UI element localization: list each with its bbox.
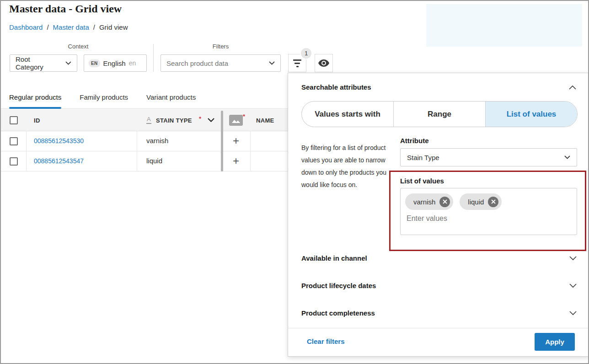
product-id-link[interactable]: 00885612543530 [34, 137, 84, 145]
section-label: Available in channel [301, 254, 367, 262]
filter-panel: Searchable attributes Values starts with… [288, 73, 589, 357]
remove-chip-button[interactable] [488, 197, 498, 207]
product-id-link[interactable]: 00885612543547 [34, 157, 84, 165]
value-chip: varnish [405, 193, 453, 210]
section-label: Product lifecycle dates [301, 282, 376, 289]
filter-description: By filtering for a list of product value… [301, 142, 394, 191]
filter-count-badge: 1 [300, 47, 312, 59]
close-icon [443, 199, 447, 204]
column-header-stain-type: STAIN TYPE [156, 117, 192, 124]
attribute-select[interactable]: Stain Type [400, 148, 577, 166]
section-label: Product completeness [301, 309, 375, 317]
attribute-select-value: Stain Type [407, 154, 439, 161]
language-code: en [129, 59, 136, 67]
close-icon [491, 199, 496, 204]
table-row: 00885612543547 liquid + [1, 151, 288, 171]
category-select-value: Root Category [16, 55, 59, 71]
section-product-completeness[interactable]: Product completeness [288, 306, 589, 323]
image-placeholder-icon [229, 115, 243, 126]
chevron-down-icon [65, 61, 71, 65]
chevron-up-icon [569, 85, 576, 90]
mode-values-starts-with[interactable]: Values starts with [302, 102, 393, 127]
stain-type-value: varnish [146, 137, 168, 145]
breadcrumb-separator: / [93, 23, 95, 31]
mode-range[interactable]: Range [393, 102, 485, 127]
apply-button[interactable]: Apply [535, 333, 575, 351]
search-product-data-select[interactable]: Search product data [161, 54, 281, 72]
list-of-values-label: List of values [400, 177, 444, 185]
chevron-down-icon[interactable] [208, 118, 214, 122]
section-product-lifecycle-dates[interactable]: Product lifecycle dates [288, 279, 589, 295]
breadcrumb-separator: / [47, 23, 48, 31]
required-asterisk: * [199, 115, 201, 122]
mode-list-of-values[interactable]: List of values [485, 102, 577, 127]
add-image-button[interactable]: + [230, 134, 242, 148]
stain-type-cell[interactable]: liquid [137, 151, 221, 171]
chip-label: varnish [413, 198, 435, 206]
tab-family-products[interactable]: Family products [80, 86, 128, 108]
search-placeholder: Search product data [166, 59, 228, 67]
visibility-button[interactable] [315, 54, 333, 72]
filter-mode-toggle: Values starts with Range List of values [301, 101, 578, 127]
tab-regular-products[interactable]: Regular products [9, 86, 61, 108]
column-divider [250, 131, 251, 171]
required-asterisk: * [243, 113, 245, 120]
filters-group-label: Filters [161, 43, 281, 50]
toolbar-divider [153, 44, 154, 72]
chip-list: varnish liquid [405, 193, 502, 210]
tab-variant-products[interactable]: Variant products [146, 86, 196, 108]
row-checkbox[interactable] [10, 137, 18, 145]
values-input-field[interactable]: varnish liquid Enter values [400, 188, 577, 235]
remove-chip-button[interactable] [439, 197, 450, 207]
chevron-down-icon [269, 61, 275, 65]
page-title: Master data - Grid view [9, 3, 122, 15]
select-all-checkbox[interactable] [10, 116, 18, 124]
table-row: 00885612543530 varnish + [1, 131, 288, 151]
language-select-value: English [103, 59, 126, 67]
clear-filters-link[interactable]: Clear filters [307, 337, 345, 345]
breadcrumb-link-dashboard[interactable]: Dashboard [9, 23, 43, 31]
category-select[interactable]: Root Category [10, 54, 77, 72]
chevron-down-icon [569, 284, 577, 288]
collapse-section-button[interactable] [567, 81, 578, 93]
value-chip: liquid [460, 193, 502, 210]
column-header-id: ID [34, 117, 40, 124]
breadcrumb: Dashboard / Master data / Grid view [9, 23, 128, 31]
chevron-down-icon [569, 311, 577, 316]
table-header-row: ID A STAIN TYPE * * NAME [1, 109, 288, 131]
row-checkbox[interactable] [10, 157, 18, 166]
stain-type-value: liquid [146, 157, 162, 165]
add-image-button[interactable]: + [230, 154, 242, 168]
frozen-column-scrollbar[interactable] [221, 111, 223, 171]
panel-footer: Clear filters Apply [288, 328, 589, 356]
chip-label: liquid [468, 198, 484, 206]
panel-title: Searchable attributes [301, 83, 371, 91]
column-divider [26, 131, 27, 171]
filter-lines-icon [293, 59, 301, 67]
language-badge: EN [89, 59, 100, 67]
language-select[interactable]: EN English en [84, 54, 147, 72]
section-available-in-channel[interactable]: Available in channel [288, 252, 589, 268]
column-divider [137, 131, 137, 171]
top-right-highlight-area [426, 4, 582, 47]
chevron-down-icon [564, 155, 570, 159]
master-data-grid-view-page: Master data - Grid view Dashboard / Mast… [0, 0, 589, 364]
breadcrumb-current: Grid view [99, 23, 128, 31]
context-group-label: Context [10, 43, 147, 50]
text-attribute-icon: A [146, 116, 151, 124]
stain-type-cell[interactable]: varnish [137, 131, 221, 151]
attribute-label: Attribute [400, 137, 429, 145]
eye-icon [318, 59, 329, 67]
breadcrumb-link-master-data[interactable]: Master data [53, 23, 89, 31]
chevron-down-icon [569, 256, 577, 261]
values-placeholder: Enter values [407, 214, 447, 223]
product-type-tabs: Regular products Family products Variant… [1, 86, 288, 109]
column-header-name: NAME [256, 117, 274, 124]
